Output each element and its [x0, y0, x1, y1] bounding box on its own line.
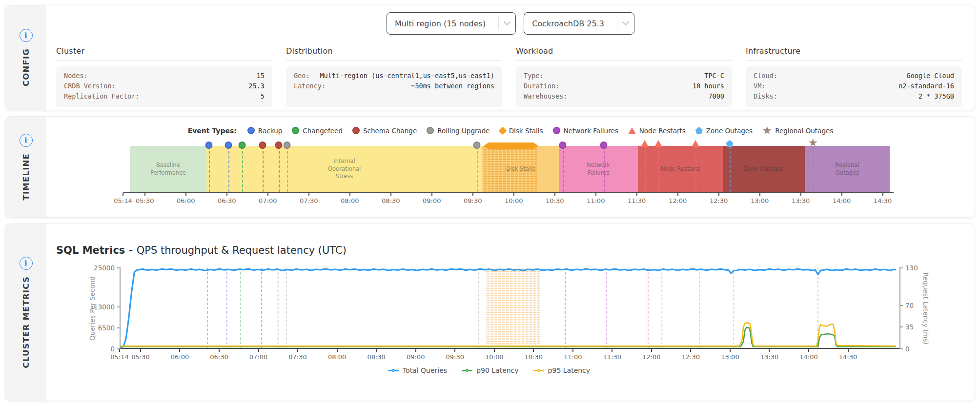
chart-legend-item[interactable]: p90 Latency — [462, 366, 519, 374]
legend-item-regional-outage: Regional Outages — [762, 126, 833, 135]
axis-tick — [554, 193, 555, 196]
axis-tick-label: 09:30 — [446, 353, 464, 361]
axis-tick-label: 6500 — [98, 324, 115, 332]
axis-tick — [122, 193, 123, 196]
axis-tick-label: 11:00 — [564, 353, 582, 361]
chart-legend-label: p90 Latency — [476, 366, 519, 374]
axis-tick-label: 0 — [905, 345, 910, 353]
event-line-network-failure — [563, 146, 564, 192]
network-failure-event-marker — [559, 142, 567, 149]
event-line-regional-outage — [813, 146, 814, 192]
timeline-rail-label: TIMELINE — [21, 153, 31, 200]
info-icon[interactable]: i — [20, 257, 33, 270]
circle-marker-icon — [352, 127, 360, 134]
axis-tick-label: 13:00 — [751, 197, 769, 204]
legend-item-schema-change: Schema Change — [352, 127, 417, 135]
axis-tick-label: 05:30 — [136, 197, 154, 204]
timeline-region: Zone Outages — [723, 146, 805, 192]
legend-item-network-failure: Network Failures — [553, 127, 618, 135]
legend-item-backup: Backup — [247, 127, 283, 135]
legend-item-label: Schema Change — [363, 127, 417, 135]
axis-tick — [117, 306, 121, 307]
right-axis-title: Request Latency (ms) — [922, 272, 930, 345]
chevron-down-icon — [622, 19, 629, 25]
config-row: Warehouses:7000 — [524, 91, 724, 102]
config-key: Replication Factor: — [64, 91, 139, 102]
axis-tick — [572, 349, 573, 352]
config-key: Cloud: — [754, 71, 777, 81]
schema-change-event-marker — [259, 142, 266, 149]
timeline-region: Baseline Performance — [130, 146, 206, 192]
disk-stall-hatch — [484, 146, 538, 192]
axis-tick — [431, 193, 432, 196]
legend-item-rolling-upgrade: Rolling Upgrade — [427, 127, 490, 135]
config-value: Multi-region (us-central1,us-east5,us-ea… — [320, 71, 494, 81]
config-panel-distribution: DistributionGeo:Multi-region (us-central… — [286, 46, 502, 106]
axis-tick — [454, 349, 455, 352]
config-panel-infrastructure: InfrastructureCloud:Google CloudVM:n2-st… — [746, 46, 962, 106]
axis-tick-label: 13:00 — [721, 353, 739, 361]
axis-tick-label: 10:30 — [525, 353, 543, 361]
axis-tick — [899, 348, 903, 349]
dashboard: i CONFIG Multi region (15 nodes) Cockroa… — [0, 0, 980, 406]
config-row: CRDB Version:25.3 — [64, 81, 265, 91]
backup-event-marker — [225, 142, 232, 149]
axis-tick — [472, 193, 473, 196]
chart-legend-item[interactable]: p95 Latency — [533, 366, 591, 374]
config-value: n2-standard-16 — [898, 81, 954, 91]
axis-tick-label: 08:00 — [341, 197, 359, 204]
axis-tick-label: 11:30 — [603, 353, 621, 361]
axis-tick-label: 14:00 — [799, 353, 817, 361]
config-section: i CONFIG Multi region (15 nodes) Cockroa… — [5, 5, 975, 110]
axis-tick-label: 09:00 — [423, 197, 441, 204]
event-line-backup — [209, 146, 210, 192]
info-icon[interactable]: i — [20, 134, 33, 147]
timeline-rail: i TIMELINE — [5, 117, 46, 217]
axis-tick-label: 14:30 — [839, 353, 857, 361]
axis-tick — [308, 193, 309, 196]
event-line-rolling-upgrade — [477, 146, 478, 192]
version-select[interactable]: CockroachDB 25.3 — [524, 12, 634, 35]
axis-tick-label: 12:00 — [642, 353, 660, 361]
zone-outage-event-marker — [726, 140, 734, 147]
legend-item-zone-outage: Zone Outages — [695, 127, 753, 135]
version-select-value: CockroachDB 25.3 — [532, 19, 604, 28]
metrics-rail: i CLUSTER METRICS — [5, 224, 46, 401]
axis-tick-label: 70 — [905, 302, 914, 309]
chart-legend-item[interactable]: Total Queries — [388, 366, 447, 374]
network-failure-event-marker — [600, 142, 608, 149]
axis-tick — [882, 193, 883, 196]
timeline-region-label: Baseline Performance — [146, 162, 189, 177]
event-line-schema-change — [263, 146, 264, 192]
axis-tick — [297, 349, 298, 352]
timeline-region-label: Zone Outages — [744, 165, 783, 173]
axis-tick-label: 14:30 — [874, 197, 892, 204]
timeline-axis: 05:1405:3006:0006:3007:0007:3008:0008:30… — [123, 192, 894, 205]
axis-tick — [119, 349, 120, 352]
axis-tick — [415, 349, 416, 352]
config-key: VM: — [754, 81, 765, 91]
sql-metrics-chart: Queries Per Second 065001300025000 03570… — [120, 268, 900, 349]
axis-tick — [800, 193, 801, 196]
config-row: Latency:~50ms between regions — [294, 81, 494, 91]
axis-tick — [513, 193, 514, 196]
changefeed-event-marker — [238, 142, 245, 149]
axis-tick — [140, 349, 141, 352]
axis-tick-label: 0 — [110, 345, 115, 353]
timeline-region: Internal Operational Stress — [206, 146, 483, 192]
circle-marker-icon — [292, 127, 299, 134]
config-panel-title: Infrastructure — [746, 46, 962, 61]
scenario-select[interactable]: Multi region (15 nodes) — [387, 12, 516, 35]
event-types-label: Event Types: — [188, 127, 237, 135]
axis-tick — [258, 349, 259, 352]
chart-plot: 065001300025000 03570130 — [120, 268, 900, 349]
info-icon[interactable]: i — [20, 29, 33, 42]
config-rail: i CONFIG — [5, 5, 46, 110]
axis-tick — [899, 305, 903, 306]
axis-tick — [349, 193, 350, 196]
config-row: Geo:Multi-region (us-central1,us-east5,u… — [294, 71, 494, 81]
pentagon-marker-icon — [695, 127, 703, 134]
axis-tick-label: 07:30 — [300, 197, 318, 204]
line-marker-icon — [388, 370, 399, 371]
axis-tick — [117, 267, 121, 268]
